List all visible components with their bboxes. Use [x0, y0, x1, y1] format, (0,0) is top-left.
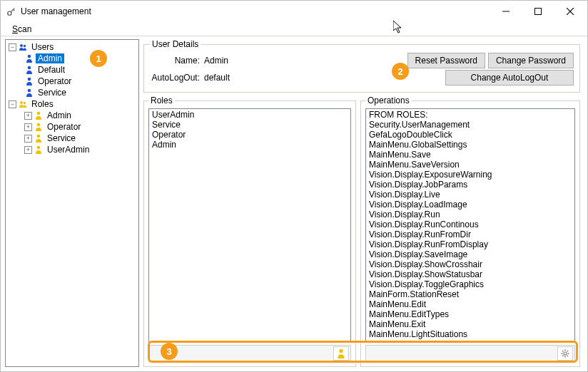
tree-expander-users[interactable]: −	[9, 43, 16, 51]
name-label: Name:	[150, 56, 200, 66]
tree-role-useradmin[interactable]: UserAdmin	[45, 145, 91, 155]
list-item[interactable]: Vision.Display.RunContinous	[369, 219, 572, 229]
maximize-button[interactable]	[522, 1, 554, 21]
list-item[interactable]: UserAdmin	[152, 110, 348, 120]
operations-settings-button[interactable]	[557, 346, 573, 361]
user-icon	[24, 66, 34, 74]
list-item[interactable]: Service	[152, 120, 348, 130]
list-item[interactable]: Security.UserManagement	[369, 120, 572, 130]
svg-point-14	[24, 102, 26, 104]
gear-icon	[560, 348, 570, 358]
change-password-button[interactable]: Change Password	[488, 53, 574, 68]
right-panel: User Details Name: Admin Reset Password …	[141, 39, 583, 367]
role-icon	[336, 348, 346, 358]
tree-expander-role[interactable]: +	[24, 146, 32, 154]
svg-point-12	[28, 89, 31, 93]
list-item[interactable]: Operator	[152, 130, 348, 140]
list-item[interactable]: MainMenu.Edit	[369, 299, 572, 309]
callout-3: 3	[161, 343, 178, 360]
tree-roles-label[interactable]: Roles	[29, 99, 56, 109]
user-details-group: User Details Name: Admin Reset Password …	[143, 39, 580, 93]
list-item[interactable]: MainMenu.SaveVersion	[369, 160, 572, 170]
svg-line-26	[567, 355, 568, 356]
tree-user-default[interactable]: Default	[36, 65, 67, 75]
add-role-button[interactable]	[333, 346, 349, 361]
operations-toolbar	[365, 345, 575, 362]
svg-point-15	[37, 112, 41, 115]
list-item[interactable]: Vision.Display.Live	[369, 190, 572, 200]
user-icon	[24, 54, 34, 63]
roles-list[interactable]: UserAdminServiceOperatorAdmin	[148, 108, 351, 342]
list-item[interactable]: Vision.Display.ToggleGraphics	[369, 279, 572, 289]
tree-role-service[interactable]: Service	[45, 133, 78, 143]
list-item[interactable]: MainMenu.LightSituations	[369, 329, 572, 339]
key-icon	[6, 6, 16, 16]
change-autologout-button[interactable]: Change AutoLogOut	[445, 70, 574, 86]
user-management-window: User management Scan − Users	[0, 0, 588, 372]
callout-1: 1	[90, 50, 107, 67]
svg-point-10	[28, 66, 31, 70]
list-item[interactable]: Vision.Display.LoadImage	[369, 200, 572, 210]
role-icon	[34, 111, 44, 120]
list-item[interactable]: MainMenu.EditTypes	[369, 309, 572, 319]
list-item[interactable]: MainMenu.GlobalSettings	[369, 140, 572, 150]
list-item[interactable]: Vision.Display.ShowStatusbar	[369, 269, 572, 279]
tree-expander-role[interactable]: +	[24, 112, 32, 120]
close-button[interactable]	[554, 1, 586, 21]
tree-expander-roles[interactable]: −	[9, 100, 16, 108]
titlebar: User management	[1, 1, 587, 22]
svg-point-20	[564, 352, 567, 355]
svg-point-11	[28, 78, 31, 81]
list-item[interactable]: Vision.Display.ExposureWarning	[369, 170, 572, 180]
tree-user-service[interactable]: Service	[36, 88, 69, 98]
tree-expander-role[interactable]: +	[24, 135, 32, 143]
window-title: User management	[21, 6, 490, 16]
list-item[interactable]: MainMenu.Exit	[369, 319, 572, 329]
list-item[interactable]: MainMenu.Save	[369, 150, 572, 160]
client-area: − Users Admin Default Operator Service	[1, 36, 587, 371]
svg-point-13	[20, 101, 23, 104]
user-details-legend: User Details	[150, 39, 201, 49]
list-item[interactable]: Vision.Display.ShowCrosshair	[369, 259, 572, 269]
svg-point-9	[28, 55, 31, 58]
menu-scan[interactable]: Scan	[8, 24, 36, 35]
svg-point-18	[37, 146, 41, 150]
minimize-button[interactable]	[490, 1, 522, 21]
list-item[interactable]: GefaLogoDoubleClick	[369, 130, 572, 140]
callout-2: 2	[392, 63, 409, 80]
tree-users-label[interactable]: Users	[29, 42, 56, 52]
roles-legend: Roles	[148, 95, 175, 105]
list-item[interactable]: Vision.Display.RunFromDir	[369, 229, 572, 239]
users-folder-icon	[18, 43, 28, 51]
list-item[interactable]: FROM ROLES:	[369, 110, 572, 120]
operations-list[interactable]: FROM ROLES:Security.UserManagementGefaLo…	[365, 108, 575, 342]
reset-password-button[interactable]: Reset Password	[407, 53, 485, 68]
role-icon	[34, 123, 44, 131]
name-value: Admin	[204, 56, 407, 66]
svg-rect-4	[534, 9, 541, 15]
list-item[interactable]: Vision.Display.SaveImage	[369, 249, 572, 259]
list-item[interactable]: MainForm.StationReset	[369, 289, 572, 299]
user-icon	[24, 88, 34, 97]
list-item[interactable]: Vision.Display.JobParams	[369, 180, 572, 190]
tree-role-operator[interactable]: Operator	[45, 122, 83, 132]
svg-point-16	[37, 123, 41, 127]
tree-user-admin[interactable]: Admin	[36, 53, 64, 63]
tree-panel: − Users Admin Default Operator Service	[5, 39, 139, 367]
list-item[interactable]: Vision.Display.Run	[369, 210, 572, 219]
svg-point-19	[339, 349, 343, 353]
tree-user-operator[interactable]: Operator	[36, 76, 74, 86]
roles-toolbar	[148, 345, 351, 362]
role-icon	[34, 145, 44, 154]
svg-line-28	[562, 355, 564, 356]
roles-group: Roles UserAdminServiceOperatorAdmin	[143, 95, 356, 367]
svg-line-25	[562, 351, 564, 352]
operations-legend: Operations	[365, 95, 412, 105]
list-item[interactable]: Vision.Display.RunFromDisplay	[369, 239, 572, 249]
svg-point-17	[37, 135, 41, 138]
tree-role-admin[interactable]: Admin	[45, 110, 74, 120]
menubar: Scan	[1, 22, 587, 36]
list-item[interactable]: Admin	[152, 140, 348, 150]
roles-folder-icon	[18, 100, 28, 108]
tree-expander-role[interactable]: +	[24, 123, 32, 131]
